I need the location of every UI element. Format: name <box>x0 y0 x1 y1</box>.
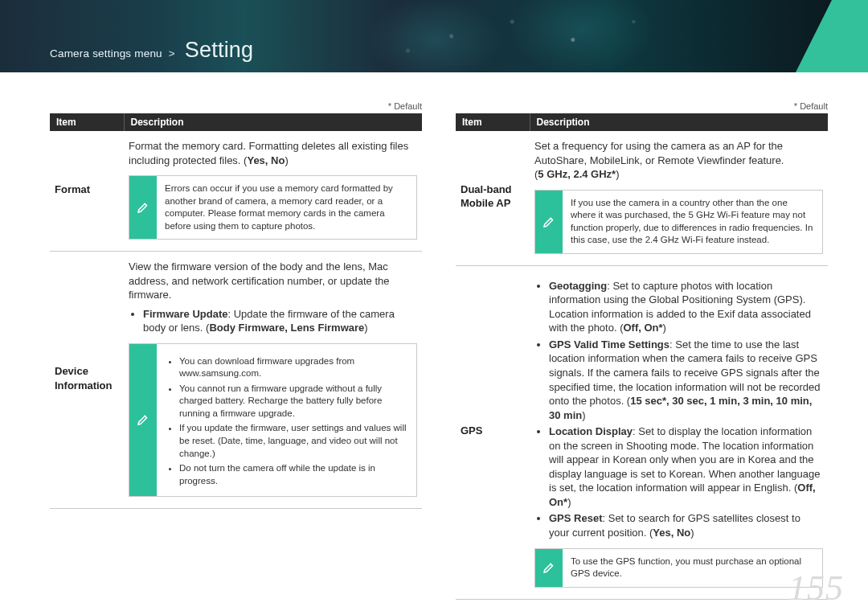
breadcrumb: Camera settings menu > Setting <box>50 38 253 63</box>
table-row: GPS Geotagging: Set to capture photos wi… <box>456 265 828 599</box>
item-desc: Format the memory card. Formatting delet… <box>124 131 422 252</box>
item-name: Dual-band Mobile AP <box>456 131 530 265</box>
col-header-item: Item <box>50 113 124 131</box>
breadcrumb-prefix: Camera settings menu <box>50 47 162 59</box>
item-desc: Set a frequency for using the camera as … <box>530 131 828 265</box>
page-header: Camera settings menu > Setting <box>0 0 868 72</box>
note-icon <box>129 344 157 496</box>
note-text: You can download firmware upgrades from … <box>157 344 416 496</box>
info-note: To use the GPS function, you must purcha… <box>534 548 823 588</box>
note-icon <box>535 191 563 253</box>
item-name: Format <box>50 131 124 252</box>
item-desc: View the firmware version of the body an… <box>124 252 422 509</box>
right-column: * Default Item Description Dual-band Mob… <box>456 101 828 600</box>
info-note: Errors can occur if you use a memory car… <box>129 175 417 240</box>
col-header-item: Item <box>456 113 530 131</box>
default-note: * Default <box>456 101 828 111</box>
info-note: If you use the camera in a country other… <box>534 190 823 254</box>
page-body: * Default Item Description Format Format… <box>50 101 828 600</box>
col-header-desc: Description <box>530 113 828 131</box>
table-row: Dual-band Mobile AP Set a frequency for … <box>456 131 828 265</box>
settings-table-left: Item Description Format Format the memor… <box>50 113 422 509</box>
left-column: * Default Item Description Format Format… <box>50 101 422 600</box>
item-name: Device Information <box>50 252 124 509</box>
breadcrumb-current: Setting <box>185 38 253 62</box>
table-row: Format Format the memory card. Formattin… <box>50 131 422 252</box>
settings-table-right: Item Description Dual-band Mobile AP Set… <box>456 113 828 600</box>
note-text: To use the GPS function, you must purcha… <box>563 549 822 587</box>
list-item: GPS Reset: Set to search for GPS satelli… <box>549 511 823 539</box>
list-item: Location Display: Set to display the loc… <box>549 424 823 509</box>
note-icon <box>129 176 157 239</box>
note-icon <box>535 549 563 587</box>
note-text: If you use the camera in a country other… <box>563 191 822 253</box>
list-item: Do not turn the camera off while the upd… <box>179 462 408 487</box>
note-text: Errors can occur if you use a memory car… <box>157 176 416 239</box>
table-row: Device Information View the firmware ver… <box>50 252 422 509</box>
list-item: You can download firmware upgrades from … <box>179 355 408 380</box>
info-note: You can download firmware upgrades from … <box>129 343 417 497</box>
breadcrumb-separator: > <box>169 47 175 59</box>
chapter-tab <box>796 0 868 72</box>
list-item: Firmware Update: Update the firmware of … <box>143 307 417 335</box>
list-item: If you update the firmware, user setting… <box>179 422 408 460</box>
default-note: * Default <box>50 101 422 111</box>
page-number: 155 <box>788 568 844 609</box>
list-item: Geotagging: Set to capture photos with l… <box>549 279 823 335</box>
list-item: GPS Valid Time Settings: Set the time to… <box>549 338 823 422</box>
item-desc: Geotagging: Set to capture photos with l… <box>530 265 828 599</box>
item-name: GPS <box>456 265 530 599</box>
list-item: You cannot run a firmware upgrade withou… <box>179 383 408 420</box>
col-header-desc: Description <box>124 113 422 131</box>
